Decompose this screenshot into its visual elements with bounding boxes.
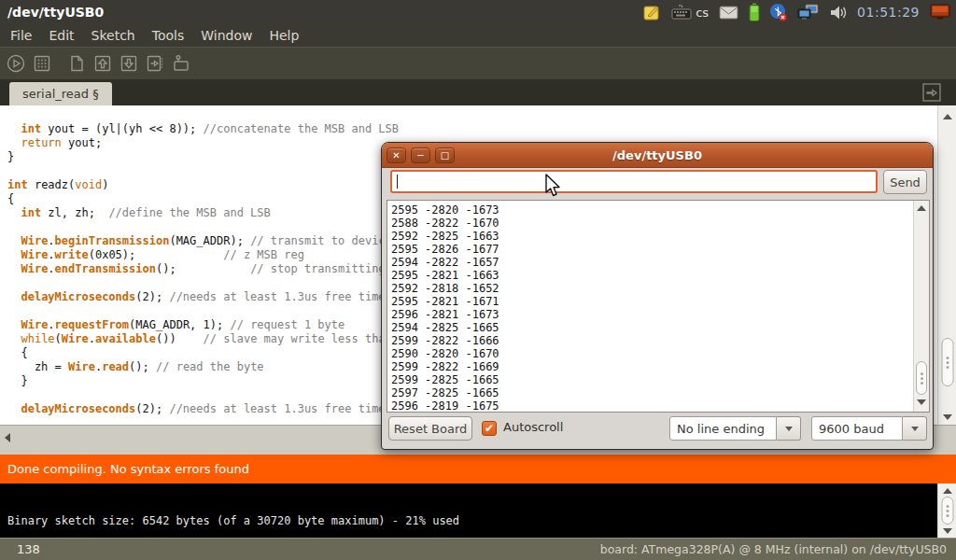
send-button[interactable]: Send — [883, 170, 927, 194]
clock[interactable]: 01:51:29 — [857, 5, 920, 20]
scrollbar-up-arrow-icon[interactable] — [943, 114, 952, 119]
tab-menu-button[interactable] — [922, 83, 941, 102]
system-tray: cs 01:51:29 — [643, 3, 956, 21]
compile-status-bar: Done compiling. No syntax errors found — [0, 455, 956, 483]
text-caret — [397, 175, 398, 189]
serial-data-row: 2595 -2821 -1671 — [391, 295, 499, 308]
code-line: zh = Wire.read(); // read the byte — [7, 360, 399, 374]
scrollbar-left-arrow-icon[interactable] — [5, 433, 10, 442]
code-line: delayMicroseconds(2); //needs at least 1… — [7, 290, 399, 304]
menu-item-tools[interactable]: Tools — [144, 26, 193, 45]
serial-data-row: 2597 -2825 -1665 — [391, 386, 499, 399]
tab-serial-read[interactable]: serial_read § — [9, 82, 112, 105]
close-icon[interactable]: ✕ — [387, 147, 406, 163]
note-icon[interactable] — [643, 4, 661, 21]
scrollbar-thumb[interactable] — [941, 338, 953, 386]
code-line: { — [7, 346, 399, 360]
scrollbar-down-arrow-icon[interactable] — [943, 528, 952, 534]
code-line: Wire.requestFrom(MAG_ADDR, 1); // reques… — [7, 318, 399, 332]
toolbar — [0, 47, 956, 79]
serial-data-row: 2596 -2819 -1675 — [391, 399, 499, 413]
serial-data-row: 2595 -2820 -1673 — [391, 203, 499, 217]
scrollbar-thumb[interactable] — [941, 497, 953, 525]
serial-data-row: 2590 -2820 -1670 — [391, 347, 499, 360]
stop-icon — [32, 53, 52, 74]
serial-data-row: 2595 -2821 -1663 — [391, 269, 499, 282]
menu-item-edit[interactable]: Edit — [40, 26, 82, 45]
line-number-indicator: 138 — [17, 542, 40, 556]
window-title: /dev/ttyUSB0 — [382, 148, 933, 162]
mail-icon[interactable] — [719, 6, 738, 20]
status-message: Done compiling. No syntax errors found — [7, 462, 249, 476]
serial-data-row: 2592 -2825 -1663 — [391, 230, 499, 243]
console-text: Binary sketch size: 6542 bytes (of a 307… — [7, 514, 459, 527]
serial-monitor-button[interactable] — [170, 52, 192, 75]
code-line: return yout; — [7, 136, 399, 150]
scrollbar-thumb[interactable] — [916, 361, 927, 395]
scrollbar-down-arrow-icon[interactable] — [943, 414, 952, 420]
serial-input-field[interactable] — [390, 170, 878, 193]
keyboard-icon[interactable] — [671, 5, 692, 20]
menu-item-sketch[interactable]: Sketch — [83, 26, 144, 45]
serial-output-area[interactable]: 2595 -2820 -16732588 -2822 -16702592 -28… — [387, 200, 930, 413]
tab-bar: serial_read § — [0, 79, 956, 105]
maximize-icon[interactable]: □ — [435, 147, 455, 163]
menu-item-help[interactable]: Help — [260, 26, 307, 45]
network-icon[interactable] — [797, 4, 820, 21]
baud-rate-dropdown[interactable]: 9600 baud — [811, 416, 927, 441]
code-line: delayMicroseconds(2); //needs at least 1… — [7, 402, 399, 416]
power-icon[interactable] — [930, 4, 950, 21]
code-line — [7, 164, 399, 178]
chevron-down-icon[interactable] — [903, 416, 927, 441]
code-line: Wire.write(0x05); // z MSB reg — [7, 248, 399, 262]
bluetooth-icon[interactable] — [770, 3, 787, 21]
serial-data-row: 2599 -2825 -1665 — [391, 373, 499, 386]
menu-bar: FileEditSketchToolsWindowHelp — [0, 24, 956, 47]
menu-item-file[interactable]: File — [2, 26, 40, 45]
code-line: Wire.endTransmission(); // stop transmit… — [7, 262, 399, 276]
serial-data-row: 2588 -2822 -1670 — [391, 217, 499, 230]
open-sketch-button[interactable] — [91, 52, 114, 75]
tab-label: serial_read § — [22, 87, 99, 101]
reset-board-button[interactable]: Reset Board — [388, 416, 472, 441]
chevron-down-icon[interactable] — [777, 416, 801, 441]
window-titlebar[interactable]: ✕ ─ □ /dev/ttyUSB0 — [382, 143, 933, 168]
line-ending-dropdown[interactable]: No line ending — [669, 416, 801, 441]
serial-output-scrollbar[interactable] — [913, 201, 929, 412]
upload-button[interactable] — [144, 52, 166, 75]
panel-window-title: /dev/ttyUSB0 — [7, 5, 104, 20]
open-icon — [92, 53, 113, 74]
serial-monitor-icon — [171, 53, 191, 74]
upload-icon — [145, 53, 165, 74]
code-line: while(Wire.available()) // slave may wri… — [7, 332, 399, 346]
keyboard-layout-label[interactable]: cs — [696, 6, 709, 20]
new-file-icon — [66, 53, 87, 74]
scrollbar-down-arrow-icon[interactable] — [917, 399, 926, 405]
console-scrollbar[interactable] — [937, 483, 956, 538]
menu-item-window[interactable]: Window — [192, 26, 260, 45]
code-line: int zl, zh; //define the MSB and LSB — [7, 206, 399, 220]
board-info: board: ATmega328P(A) @ 8 MHz (internal) … — [600, 542, 947, 556]
save-sketch-button[interactable] — [118, 52, 140, 75]
code-line — [7, 304, 399, 318]
stop-button[interactable] — [31, 52, 53, 75]
code-line: int readz(void) — [7, 178, 399, 192]
status-footer: 138 board: ATmega328P(A) @ 8 MHz (intern… — [0, 538, 956, 560]
serial-output-rows: 2595 -2820 -16732588 -2822 -16702592 -28… — [391, 203, 499, 413]
volume-icon[interactable] — [830, 5, 847, 21]
serial-data-row: 2595 -2826 -1677 — [391, 243, 499, 256]
code-line — [7, 276, 399, 290]
new-sketch-button[interactable] — [65, 52, 88, 75]
scrollbar-up-arrow-icon[interactable] — [943, 488, 952, 494]
editor-vertical-scrollbar[interactable] — [937, 105, 956, 425]
autoscroll-checkbox[interactable]: ✔ — [482, 421, 497, 436]
minimize-icon[interactable]: ─ — [411, 147, 430, 163]
battery-icon[interactable] — [749, 3, 760, 21]
scrollbar-up-arrow-icon[interactable] — [917, 205, 926, 211]
code-line: } — [7, 150, 399, 164]
serial-data-row: 2594 -2825 -1665 — [391, 321, 499, 334]
code-line: int yout = (yl|(yh << 8)); //concatenate… — [7, 122, 399, 136]
serial-data-row: 2592 -2818 -1652 — [391, 282, 499, 295]
tab-menu-arrow-icon — [922, 83, 941, 102]
verify-button[interactable] — [5, 52, 27, 75]
